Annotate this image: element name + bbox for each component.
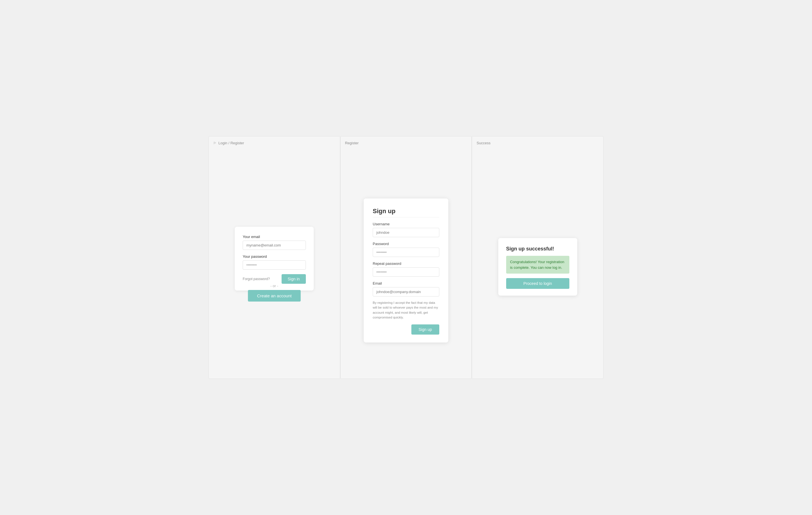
repeat-password-input[interactable] [373, 267, 439, 277]
signup-title: Sign up [373, 208, 439, 217]
repeat-password-label: Repeat password [373, 262, 439, 266]
panel-3-title: Success [476, 141, 599, 145]
panels-container: 🏳 Login / Register Your email Your passw… [208, 136, 604, 379]
email-label: Your email [243, 235, 306, 239]
signup-password-label: Password [373, 242, 439, 246]
password-label: Your password [243, 254, 306, 259]
signup-button[interactable]: Sign up [411, 324, 439, 334]
signup-email-input[interactable] [373, 287, 439, 296]
email-field-group: Your email [243, 235, 306, 250]
flag-icon: 🏳 [213, 141, 217, 145]
success-panel: Success Sign up successful! Congratulati… [472, 136, 604, 379]
username-label: Username [373, 222, 439, 226]
signup-card: Sign up Username Password Repeat passwor… [364, 198, 448, 343]
or-divider: - or - [235, 284, 314, 288]
login-register-panel: 🏳 Login / Register Your email Your passw… [208, 136, 340, 379]
panel-2-title: Register [345, 141, 467, 145]
disclaimer-text: By registering I accept the fact that my… [373, 300, 439, 320]
proceed-to-login-button[interactable]: Proceed to login [506, 278, 569, 289]
signup-email-field-group: Email [373, 281, 439, 296]
signup-btn-row: Sign up [373, 324, 439, 334]
success-message: Congratulations! Your registration is co… [506, 256, 569, 274]
register-panel: Register Sign up Username Password Repea… [340, 136, 472, 379]
signin-button[interactable]: Sign in [282, 274, 306, 284]
password-field-group: Your password [243, 254, 306, 270]
signup-password-input[interactable] [373, 248, 439, 257]
signup-email-label: Email [373, 281, 439, 286]
login-card: Your email Your password Forgot password… [235, 227, 314, 291]
success-title: Sign up successful! [506, 246, 569, 252]
forgot-signin-row: Forgot password? Sign in [243, 274, 306, 284]
panel-1-title: 🏳 Login / Register [213, 141, 336, 145]
username-input[interactable] [373, 228, 439, 237]
success-card: Sign up successful! Congratulations! You… [498, 238, 577, 296]
create-account-button[interactable]: Create an account [248, 290, 301, 302]
repeat-password-field-group: Repeat password [373, 262, 439, 277]
signup-password-field-group: Password [373, 242, 439, 257]
password-input[interactable] [243, 260, 306, 270]
email-input[interactable] [243, 241, 306, 250]
forgot-password-link[interactable]: Forgot password? [243, 277, 270, 281]
username-field-group: Username [373, 222, 439, 237]
